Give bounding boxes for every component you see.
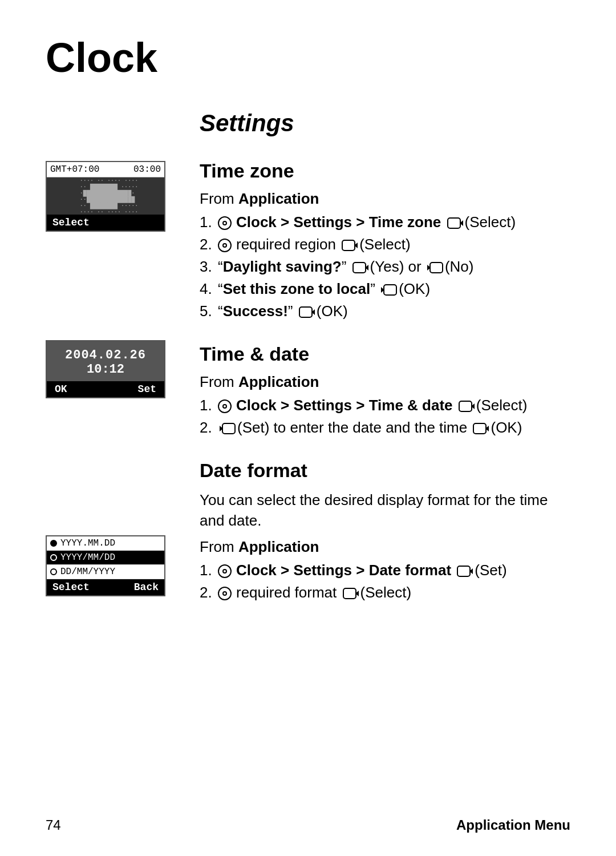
menu-icon-3 bbox=[218, 399, 232, 413]
menu-icon-inner-5 bbox=[222, 591, 227, 596]
td-ok-button[interactable]: OK bbox=[47, 381, 75, 397]
df-step-2-num: 2. bbox=[200, 584, 214, 601]
df-button-bar: Select Back bbox=[47, 579, 164, 595]
df-step-1-icon bbox=[218, 562, 233, 579]
df-step-2: 2. required format (Select) bbox=[200, 584, 570, 601]
td-set-button[interactable]: Set bbox=[130, 381, 164, 397]
td-step-2: 2. (Set) to enter the date and the time … bbox=[200, 419, 570, 437]
menu-icon-4 bbox=[218, 564, 232, 578]
tz-step-1-text: Clock > Settings > Time zone (Select) bbox=[236, 213, 516, 231]
tz-step-5-num: 5. bbox=[200, 302, 214, 320]
svg-rect-20 bbox=[343, 588, 356, 599]
tz-time-label: 03:00 bbox=[133, 164, 161, 175]
tz-select-button[interactable]: Select bbox=[47, 215, 95, 231]
df-label-2: YYYY/MM/DD bbox=[60, 552, 115, 563]
tz-step-1: 1. Clock > Settings > Time zone (Select) bbox=[200, 213, 570, 231]
df-radio-3 bbox=[50, 568, 57, 575]
timedate-from-bold: Application bbox=[238, 373, 319, 390]
timedate-screen: 2004.02.26 10:12 OK Set bbox=[46, 340, 165, 410]
dateformat-screen: YYYY.MM.DD YYYY/MM/DD DD/MM/YYYY bbox=[46, 535, 165, 608]
timedate-section: Time & date From Application 1. Clock > … bbox=[200, 343, 570, 437]
timezone-title: Time zone bbox=[200, 160, 570, 182]
timedate-from: From Application bbox=[200, 373, 570, 391]
df-step-2-text: required format (Select) bbox=[236, 584, 411, 601]
dateformat-from-bold: Application bbox=[238, 538, 319, 555]
td-step-1-num: 1. bbox=[200, 397, 214, 414]
df-select-button[interactable]: Select bbox=[47, 579, 95, 595]
tz-step-1-icon bbox=[218, 213, 233, 231]
timezone-from-bold: Application bbox=[238, 190, 319, 207]
df-step-1: 1. Clock > Settings > Date format (Set) bbox=[200, 562, 570, 579]
menu-icon-2 bbox=[218, 239, 232, 252]
menu-icon-inner-3 bbox=[222, 404, 227, 409]
svg-rect-8 bbox=[384, 285, 396, 295]
td-time-value: 10:12 bbox=[52, 362, 159, 377]
tz-map: ···· ·· ···· ···· ·· ████████ ····· ·███… bbox=[47, 177, 164, 215]
select-btn-icon-1 bbox=[447, 217, 463, 229]
dateformat-title: Date format bbox=[200, 459, 570, 482]
svg-rect-6 bbox=[430, 263, 443, 273]
tz-step-1-num: 1. bbox=[200, 213, 214, 231]
td-date-value: 2004.02.26 bbox=[52, 348, 159, 362]
df-step-1-text: Clock > Settings > Date format (Set) bbox=[236, 562, 507, 579]
page-footer: 74 Application Menu bbox=[46, 817, 570, 833]
svg-rect-18 bbox=[457, 566, 470, 576]
footer-page-number: 74 bbox=[46, 817, 61, 833]
tz-step-2-icon bbox=[218, 236, 233, 253]
tz-step-5: 5. “Success!” (OK) bbox=[200, 302, 570, 320]
df-option-1[interactable]: YYYY.MM.DD bbox=[47, 536, 164, 551]
select-btn-icon-5 bbox=[459, 401, 475, 412]
dateformat-description: You can select the desired display forma… bbox=[200, 490, 570, 531]
td-body: 2004.02.26 10:12 bbox=[47, 341, 164, 381]
timedate-instructions: 1. Clock > Settings > Time & date (Selec… bbox=[200, 397, 570, 437]
df-step-2-icon bbox=[218, 584, 233, 601]
tz-step-3-num: 3. bbox=[200, 258, 214, 276]
timezone-section: Time zone From Application 1. Clock > Se… bbox=[200, 160, 570, 320]
svg-rect-16 bbox=[473, 423, 486, 434]
select-btn-icon-7 bbox=[457, 566, 473, 577]
timezone-screen: GMT+07:00 03:00 ···· ·· ···· ···· ·· ███… bbox=[46, 161, 165, 243]
td-step-1-icon bbox=[218, 397, 233, 414]
td-step-2-num: 2. bbox=[200, 419, 214, 437]
df-label-1: YYYY.MM.DD bbox=[60, 538, 115, 548]
tz-step-4-num: 4. bbox=[200, 280, 214, 298]
tz-step-2-num: 2. bbox=[200, 236, 214, 253]
df-option-2[interactable]: YYYY/MM/DD bbox=[47, 551, 164, 565]
footer-section-label: Application Menu bbox=[456, 817, 570, 833]
svg-rect-14 bbox=[222, 423, 235, 434]
timedate-title: Time & date bbox=[200, 343, 570, 365]
timezone-instructions: 1. Clock > Settings > Time zone (Select)… bbox=[200, 213, 570, 320]
svg-rect-2 bbox=[342, 240, 355, 251]
td-step-1: 1. Clock > Settings > Time & date (Selec… bbox=[200, 397, 570, 414]
settings-heading: Settings bbox=[200, 110, 570, 137]
df-radio-1 bbox=[50, 540, 57, 547]
svg-rect-12 bbox=[459, 401, 472, 411]
tz-step-4-text: “Set this zone to local” (OK) bbox=[218, 280, 430, 298]
tz-step-5-text: “Success!” (OK) bbox=[218, 302, 348, 320]
tz-step-3-text: “Daylight saving?” (Yes) or (No) bbox=[218, 258, 473, 276]
select-btn-icon-8 bbox=[343, 588, 359, 599]
df-option-3[interactable]: DD/MM/YYYY bbox=[47, 565, 164, 579]
svg-rect-0 bbox=[448, 218, 460, 228]
menu-icon-5 bbox=[218, 587, 232, 600]
svg-rect-10 bbox=[299, 307, 312, 317]
tz-step-2: 2. required region (Select) bbox=[200, 236, 570, 253]
select-btn-icon-4 bbox=[299, 306, 315, 318]
map-visual: ···· ·· ···· ···· ·· ████████ ····· ·███… bbox=[73, 177, 138, 215]
back-btn-icon-3 bbox=[220, 423, 236, 434]
back-btn-icon-1 bbox=[427, 262, 443, 273]
select-btn-icon-3 bbox=[352, 262, 368, 273]
tz-gmt-label: GMT+07:00 bbox=[50, 164, 99, 175]
tz-step-4: 4. “Set this zone to local” (OK) bbox=[200, 280, 570, 298]
td-button-bar: OK Set bbox=[47, 381, 164, 397]
select-btn-icon-2 bbox=[342, 240, 358, 251]
df-back-button[interactable]: Back bbox=[128, 579, 164, 595]
menu-icon-inner-4 bbox=[222, 569, 227, 574]
df-radio-2 bbox=[50, 554, 57, 561]
menu-icon-inner-2 bbox=[222, 243, 227, 248]
back-btn-icon-2 bbox=[381, 284, 397, 296]
dateformat-section: Date format You can select the desired d… bbox=[200, 459, 570, 601]
dateformat-from: From Application bbox=[200, 538, 570, 556]
dateformat-instructions: 1. Clock > Settings > Date format (Set) … bbox=[200, 562, 570, 601]
td-step-1-text: Clock > Settings > Time & date (Select) bbox=[236, 397, 527, 414]
